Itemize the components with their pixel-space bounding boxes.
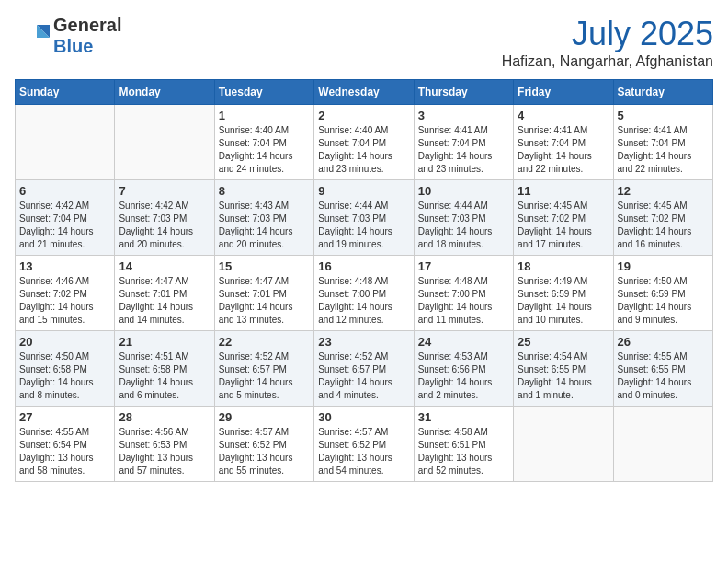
calendar-cell: 24Sunrise: 4:53 AMSunset: 6:56 PMDayligh…: [414, 331, 513, 407]
calendar-cell: [115, 105, 214, 180]
day-info: Sunrise: 4:40 AMSunset: 7:04 PMDaylight:…: [219, 125, 293, 174]
day-number: 14: [119, 259, 210, 273]
calendar-cell: 4Sunrise: 4:41 AMSunset: 7:04 PMDaylight…: [514, 105, 613, 180]
day-info: Sunrise: 4:41 AMSunset: 7:04 PMDaylight:…: [618, 125, 692, 174]
day-info: Sunrise: 4:53 AMSunset: 6:56 PMDaylight:…: [418, 351, 493, 400]
calendar-cell: [16, 105, 115, 180]
day-number: 19: [618, 259, 709, 273]
calendar-table: Sunday Monday Tuesday Wednesday Thursday…: [15, 79, 713, 482]
day-info: Sunrise: 4:46 AMSunset: 7:02 PMDaylight:…: [19, 276, 94, 325]
calendar-cell: 22Sunrise: 4:52 AMSunset: 6:57 PMDayligh…: [214, 331, 313, 407]
day-number: 20: [19, 335, 110, 349]
day-number: 1: [219, 109, 310, 122]
col-thursday: Thursday: [414, 80, 513, 105]
day-number: 28: [119, 410, 210, 424]
calendar-cell: [613, 407, 712, 482]
day-number: 9: [318, 184, 409, 198]
day-number: 21: [119, 335, 210, 349]
day-info: Sunrise: 4:48 AMSunset: 7:00 PMDaylight:…: [418, 276, 493, 325]
day-number: 24: [418, 335, 509, 349]
calendar-cell: 1Sunrise: 4:40 AMSunset: 7:04 PMDaylight…: [214, 105, 313, 180]
day-info: Sunrise: 4:52 AMSunset: 6:57 PMDaylight:…: [219, 351, 293, 400]
calendar-week-row: 1Sunrise: 4:40 AMSunset: 7:04 PMDaylight…: [16, 105, 713, 180]
day-info: Sunrise: 4:55 AMSunset: 6:54 PMDaylight:…: [19, 427, 94, 476]
day-info: Sunrise: 4:45 AMSunset: 7:02 PMDaylight:…: [518, 201, 592, 249]
calendar-cell: 14Sunrise: 4:47 AMSunset: 7:01 PMDayligh…: [115, 256, 214, 331]
day-info: Sunrise: 4:52 AMSunset: 6:57 PMDaylight:…: [318, 351, 392, 400]
calendar-cell: 2Sunrise: 4:40 AMSunset: 7:04 PMDaylight…: [314, 105, 414, 180]
col-monday: Monday: [115, 80, 214, 105]
calendar-week-row: 6Sunrise: 4:42 AMSunset: 7:04 PMDaylight…: [16, 180, 713, 256]
day-number: 12: [618, 184, 709, 198]
day-info: Sunrise: 4:43 AMSunset: 7:03 PMDaylight:…: [219, 201, 293, 249]
calendar-cell: 31Sunrise: 4:58 AMSunset: 6:51 PMDayligh…: [414, 407, 513, 482]
calendar-cell: 6Sunrise: 4:42 AMSunset: 7:04 PMDaylight…: [16, 180, 115, 256]
calendar-cell: 3Sunrise: 4:41 AMSunset: 7:04 PMDaylight…: [414, 105, 513, 180]
page-header: General Blue July 2025 Hafizan, Nangarha…: [15, 15, 713, 70]
location-title: Hafizan, Nangarhar, Afghanistan: [502, 53, 713, 70]
calendar-cell: 19Sunrise: 4:50 AMSunset: 6:59 PMDayligh…: [613, 256, 712, 331]
day-info: Sunrise: 4:45 AMSunset: 7:02 PMDaylight:…: [618, 201, 692, 249]
day-info: Sunrise: 4:50 AMSunset: 6:58 PMDaylight:…: [19, 351, 94, 400]
day-number: 16: [318, 259, 409, 273]
day-number: 17: [418, 259, 509, 273]
calendar-cell: 27Sunrise: 4:55 AMSunset: 6:54 PMDayligh…: [16, 407, 115, 482]
day-info: Sunrise: 4:42 AMSunset: 7:03 PMDaylight:…: [119, 201, 193, 249]
day-number: 10: [418, 184, 509, 198]
day-number: 2: [318, 109, 409, 122]
calendar-cell: 11Sunrise: 4:45 AMSunset: 7:02 PMDayligh…: [514, 180, 613, 256]
logo-icon: [15, 17, 51, 54]
day-info: Sunrise: 4:44 AMSunset: 7:03 PMDaylight:…: [318, 201, 392, 249]
day-number: 11: [518, 184, 609, 198]
title-block: July 2025 Hafizan, Nangarhar, Afghanista…: [502, 15, 713, 70]
calendar-cell: 8Sunrise: 4:43 AMSunset: 7:03 PMDaylight…: [214, 180, 313, 256]
day-info: Sunrise: 4:48 AMSunset: 7:00 PMDaylight:…: [318, 276, 392, 325]
day-number: 25: [518, 335, 609, 349]
header-row: Sunday Monday Tuesday Wednesday Thursday…: [16, 80, 713, 105]
day-info: Sunrise: 4:40 AMSunset: 7:04 PMDaylight:…: [318, 125, 392, 174]
calendar-cell: 29Sunrise: 4:57 AMSunset: 6:52 PMDayligh…: [214, 407, 313, 482]
day-number: 29: [219, 410, 310, 424]
day-number: 8: [219, 184, 310, 198]
calendar-cell: 21Sunrise: 4:51 AMSunset: 6:58 PMDayligh…: [115, 331, 214, 407]
calendar-cell: 5Sunrise: 4:41 AMSunset: 7:04 PMDaylight…: [613, 105, 712, 180]
calendar-cell: 16Sunrise: 4:48 AMSunset: 7:00 PMDayligh…: [314, 256, 414, 331]
calendar-cell: 18Sunrise: 4:49 AMSunset: 6:59 PMDayligh…: [514, 256, 613, 331]
calendar-week-row: 13Sunrise: 4:46 AMSunset: 7:02 PMDayligh…: [16, 256, 713, 331]
day-info: Sunrise: 4:42 AMSunset: 7:04 PMDaylight:…: [19, 201, 94, 249]
day-info: Sunrise: 4:49 AMSunset: 6:59 PMDaylight:…: [518, 276, 592, 325]
calendar-cell: [514, 407, 613, 482]
day-info: Sunrise: 4:54 AMSunset: 6:55 PMDaylight:…: [518, 351, 592, 400]
day-number: 5: [618, 109, 709, 122]
calendar-cell: 30Sunrise: 4:57 AMSunset: 6:52 PMDayligh…: [314, 407, 414, 482]
calendar-cell: 25Sunrise: 4:54 AMSunset: 6:55 PMDayligh…: [514, 331, 613, 407]
col-friday: Friday: [514, 80, 613, 105]
logo-general-text: General: [53, 15, 121, 35]
calendar-cell: 20Sunrise: 4:50 AMSunset: 6:58 PMDayligh…: [16, 331, 115, 407]
calendar-week-row: 20Sunrise: 4:50 AMSunset: 6:58 PMDayligh…: [16, 331, 713, 407]
day-info: Sunrise: 4:47 AMSunset: 7:01 PMDaylight:…: [119, 276, 193, 325]
day-number: 23: [318, 335, 409, 349]
day-info: Sunrise: 4:47 AMSunset: 7:01 PMDaylight:…: [219, 276, 293, 325]
calendar-cell: 23Sunrise: 4:52 AMSunset: 6:57 PMDayligh…: [314, 331, 414, 407]
day-number: 4: [518, 109, 609, 122]
day-number: 31: [418, 410, 509, 424]
col-tuesday: Tuesday: [214, 80, 313, 105]
day-number: 7: [119, 184, 210, 198]
calendar-cell: 10Sunrise: 4:44 AMSunset: 7:03 PMDayligh…: [414, 180, 513, 256]
day-info: Sunrise: 4:44 AMSunset: 7:03 PMDaylight:…: [418, 201, 493, 249]
day-number: 22: [219, 335, 310, 349]
logo-blue-text: Blue: [53, 36, 93, 56]
day-number: 13: [19, 259, 110, 273]
day-number: 3: [418, 109, 509, 122]
day-info: Sunrise: 4:57 AMSunset: 6:52 PMDaylight:…: [219, 427, 293, 476]
col-sunday: Sunday: [16, 80, 115, 105]
col-wednesday: Wednesday: [314, 80, 414, 105]
day-info: Sunrise: 4:55 AMSunset: 6:55 PMDaylight:…: [618, 351, 692, 400]
day-number: 27: [19, 410, 110, 424]
day-info: Sunrise: 4:41 AMSunset: 7:04 PMDaylight:…: [518, 125, 592, 174]
month-title: July 2025: [502, 15, 713, 53]
day-info: Sunrise: 4:57 AMSunset: 6:52 PMDaylight:…: [318, 427, 392, 476]
calendar-cell: 12Sunrise: 4:45 AMSunset: 7:02 PMDayligh…: [613, 180, 712, 256]
calendar-cell: 15Sunrise: 4:47 AMSunset: 7:01 PMDayligh…: [214, 256, 313, 331]
